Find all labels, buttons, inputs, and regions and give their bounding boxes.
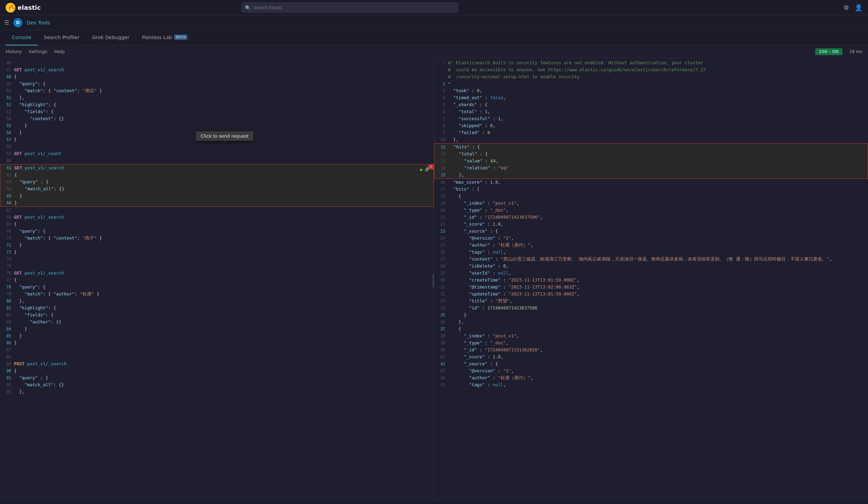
run-request-button[interactable]: ▶ (419, 165, 424, 174)
left-pane[interactable]: 46 47GET post_v1/_search 48{ 49 "query":… (0, 58, 434, 503)
resp-line-6: 6 "total" : 1, (434, 108, 868, 115)
resp-line-5: 5 "_shards" : { (434, 101, 868, 108)
tab-console[interactable]: Console (6, 30, 38, 45)
resp-line-44: 44 "author" : "杜甫（唐代）", (434, 374, 868, 381)
line-62: 62{ (0, 171, 433, 178)
line-84: 84 } (0, 326, 434, 333)
resp-line-45: 45 "tags" : null, (434, 381, 868, 388)
line-60: 60 (0, 157, 434, 164)
resp-line-34: 34 "id" : 1724049971423637506 (434, 305, 868, 312)
resp-line-38: 38 "_index" : "post_v1", (434, 333, 868, 339)
elastic-logo[interactable]: 🔥 elastic (6, 3, 41, 13)
resp-line-25: 25 "author" : "杜甫（唐代）", (434, 242, 868, 249)
tabs-row: Console Search Profiler Grok Debugger Pa… (0, 30, 868, 45)
line-59: 59GET post_v1/_count (0, 150, 434, 157)
line-51: 51 }, (0, 94, 434, 101)
nav-right: ⚙️ 👤 (844, 4, 862, 11)
resp-line-21: 21 "_id" : "1724049971423637506", (434, 214, 868, 221)
resp-line-31: 31 "@timestamp" : "2023-11-13T13:02:00.8… (434, 284, 868, 291)
user-icon[interactable]: 👤 (855, 4, 862, 11)
sub-toolbar: History Settings Help 200 - OK 18 ms (0, 45, 868, 58)
resp-line-11: 11 "hits" : { (435, 144, 868, 151)
close-button[interactable]: ✕ (429, 164, 434, 169)
beta-badge: BETA (174, 35, 187, 40)
resp-line-1b: # could be accessible to anyone. See htt… (434, 66, 868, 73)
help-link[interactable]: Help (55, 49, 65, 54)
resp-line-4: 4 "timed_out" : false, (434, 94, 868, 101)
line-93: 93 }, (0, 388, 434, 395)
resp-line-28: 28 "isDelete" : 0, (434, 263, 868, 270)
resp-line-35: 35 } (434, 312, 868, 319)
resp-line-33: 33 "title" : "野望", (434, 298, 868, 305)
line-66: 66} (0, 199, 433, 206)
hamburger-icon[interactable]: ☰ (4, 19, 9, 26)
response-time: 18 ms (849, 49, 862, 54)
resp-line-40: 40 "_id" : "1724049971331362820", (434, 346, 868, 353)
line-46: 46 (0, 59, 434, 66)
tab-search-profiler[interactable]: Search Profiler (38, 30, 86, 45)
line-72: 72 } (0, 242, 434, 249)
elastic-logo-icon: 🔥 (6, 3, 15, 13)
line-47: 47GET post_v1/_search (0, 66, 434, 73)
top-nav: 🔥 elastic 🔍 ⚙️ 👤 (0, 0, 868, 15)
line-89: 89POST post_v1/_search (0, 360, 434, 367)
line-75: 75 (0, 263, 434, 270)
resp-line-43: 43 "@version" : "1", (434, 367, 868, 374)
line-79: 79 "match": { "author": "杜甫" } (0, 291, 434, 298)
second-row: ☰ D Dev Tools (0, 15, 868, 30)
resp-line-12: 12 "total" : { (435, 151, 868, 158)
svg-text:🔥: 🔥 (8, 4, 15, 11)
resp-line-7: 7 "successful" : 1, (434, 115, 868, 122)
line-63: 63 "query" : { (0, 178, 433, 185)
line-61: 61GET post_v1/_search (0, 165, 433, 171)
resp-line-22: 22 "_score" : 1.0, (434, 221, 868, 228)
resp-line-29: 29 "userId" : null, (434, 270, 868, 277)
tab-painless-lab[interactable]: Painless Lab BETA (136, 30, 194, 45)
resp-line-15: 15 }, (435, 171, 868, 178)
line-50: 50 "match": { "content": "测试" } (0, 87, 434, 94)
line-64: 64 "match_all": {} (0, 185, 433, 192)
line-70: 70 "query": { (0, 228, 434, 235)
line-58: 58 (0, 143, 434, 150)
status-badge: 200 - OK (815, 48, 842, 55)
line-56: 56 } (0, 129, 434, 136)
resp-line-27: 27 "content" : "西山白雪三城戍。南浦清江万里桥。 海内风尘诸弟隔… (434, 256, 868, 263)
search-input[interactable] (242, 2, 458, 13)
avatar[interactable]: D (13, 18, 22, 27)
resp-line-8: 8 "skipped" : 0, (434, 122, 868, 129)
line-73: 73} (0, 249, 434, 256)
hits-highlight-block: 11 "hits" : { 12 "total" : { 13 "value" … (434, 143, 868, 179)
resp-line-23: 23 "_source" : { (434, 228, 868, 235)
search-icon: 🔍 (245, 5, 251, 10)
search-bar[interactable]: 🔍 (242, 2, 458, 13)
history-link[interactable]: History (6, 49, 22, 54)
resp-line-19: 19 "_index" : "post_v1", (434, 200, 868, 207)
resp-line-2: 2* (434, 80, 868, 87)
line-53: 53 "fields": { (0, 108, 434, 115)
line-77: 77{ (0, 277, 434, 284)
highlighted-request-block: 61GET post_v1/_search 62{ 63 "query" : {… (0, 164, 434, 207)
resp-line-1: 1#! Elasticsearch built-in security feat… (434, 59, 868, 66)
resp-line-1c: # /security-minimal-setup.html to enable… (434, 73, 868, 80)
right-pane[interactable]: 1#! Elasticsearch built-in security feat… (434, 58, 868, 503)
line-52: 52 "highlight": { (0, 101, 434, 108)
resp-line-39: 39 "_type" : "_doc", (434, 339, 868, 346)
tab-grok-debugger[interactable]: Grok Debugger (86, 30, 136, 45)
main-content: 46 47GET post_v1/_search 48{ 49 "query":… (0, 58, 868, 503)
line-86: 86} (0, 339, 434, 346)
resize-handle[interactable] (432, 273, 434, 287)
line-55: 55 } (0, 122, 434, 129)
line-54: 54 "content": {} (0, 115, 434, 122)
resp-line-14: 14 "relation" : "eq" (435, 165, 868, 171)
resp-line-24: 24 "@version" : "1", (434, 235, 868, 242)
resp-line-37: 37 { (434, 326, 868, 333)
resp-line-42: 42 "_source" : { (434, 360, 868, 367)
settings-link[interactable]: Settings (29, 49, 47, 54)
response-code-block: 1#! Elasticsearch built-in security feat… (434, 58, 868, 390)
line-82: 82 "fields": { (0, 312, 434, 319)
settings-icon[interactable]: ⚙️ (844, 4, 849, 11)
resp-line-20: 20 "_type" : "_doc", (434, 207, 868, 214)
line-87: 87 (0, 346, 434, 353)
editor-code-block[interactable]: 46 47GET post_v1/_search 48{ 49 "query":… (0, 58, 434, 397)
resp-line-3: 3 "took" : 0, (434, 87, 868, 94)
